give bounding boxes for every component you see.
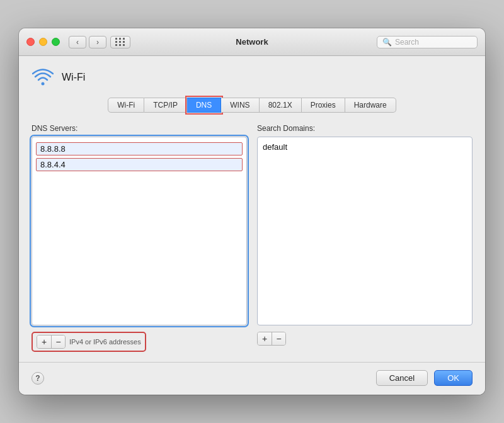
minimize-button[interactable] [39, 38, 47, 46]
search-domain-remove-button[interactable]: − [272, 332, 285, 345]
grid-icon [115, 38, 125, 46]
dns-remove-button[interactable]: − [51, 336, 65, 348]
dns-hint: IPv4 or IPv6 addresses [69, 338, 141, 346]
footer-actions: Cancel OK [376, 370, 472, 386]
grid-button[interactable] [110, 36, 130, 48]
dns-content: DNS Servers: 8.8.8.8 8.8.4.4 Search Doma… [32, 124, 472, 325]
search-domains-label: Search Domains: [257, 124, 472, 133]
close-button[interactable] [26, 38, 35, 46]
traffic-lights [26, 38, 60, 46]
dns-bottom-controls: + − IPv4 or IPv6 addresses + − [32, 332, 472, 352]
dns-add-remove-buttons: + − [37, 335, 66, 349]
search-domains-list[interactable]: default [257, 137, 472, 325]
dns-servers-list[interactable]: 8.8.8.8 8.8.4.4 [32, 137, 247, 325]
wifi-icon [32, 66, 54, 89]
cancel-button[interactable]: Cancel [376, 370, 428, 386]
forward-icon: › [96, 38, 99, 47]
dns-servers-label: DNS Servers: [32, 124, 247, 133]
search-placeholder: Search [395, 38, 419, 47]
svg-point-0 [42, 82, 45, 86]
title-bar: ‹ › Network 🔍 Search [19, 28, 485, 56]
tab-wifi[interactable]: Wi-Fi [108, 98, 144, 113]
tab-wins[interactable]: WINS [221, 98, 259, 113]
search-domains-column: Search Domains: default [257, 124, 472, 325]
search-domains-add-remove-buttons: + − [257, 332, 286, 346]
search-domain-entries: default [258, 137, 472, 157]
ok-button[interactable]: OK [434, 370, 472, 386]
back-icon: ‹ [76, 38, 79, 47]
back-button[interactable]: ‹ [69, 36, 86, 48]
dns-servers-column: DNS Servers: 8.8.8.8 8.8.4.4 [32, 124, 247, 325]
tab-proxies[interactable]: Proxies [302, 98, 345, 113]
tab-tcpip[interactable]: TCP/IP [144, 98, 187, 113]
forward-button[interactable]: › [89, 36, 106, 48]
footer: ? Cancel OK [19, 362, 485, 395]
wifi-label: Wi-Fi [62, 72, 85, 83]
search-domain-add-button[interactable]: + [258, 332, 272, 345]
window-title: Network [236, 37, 268, 47]
help-button[interactable]: ? [32, 372, 44, 385]
dns-servers-controls: + − IPv4 or IPv6 addresses [32, 332, 247, 352]
tab-dns[interactable]: DNS [187, 98, 221, 113]
dns-entry-1[interactable]: 8.8.8.8 [36, 142, 243, 155]
main-content: Wi-Fi Wi-Fi TCP/IP DNS WINS 802.1X Proxi… [19, 56, 485, 362]
wifi-header: Wi-Fi [32, 66, 472, 89]
dns-add-button[interactable]: + [37, 336, 51, 348]
network-window: ‹ › Network 🔍 Search [19, 28, 485, 395]
tabs-bar: Wi-Fi TCP/IP DNS WINS 802.1X Proxies Har… [32, 98, 472, 113]
dns-entries: 8.8.8.8 8.8.4.4 [32, 137, 246, 176]
search-domains-controls: + − [257, 332, 472, 352]
search-domain-entry-1[interactable]: default [258, 140, 472, 154]
search-bar[interactable]: 🔍 Search [377, 36, 478, 48]
tab-hardware[interactable]: Hardware [345, 98, 396, 113]
maximize-button[interactable] [52, 38, 60, 46]
search-icon: 🔍 [382, 38, 392, 47]
tab-8021x[interactable]: 802.1X [260, 98, 302, 113]
dns-entry-2[interactable]: 8.8.4.4 [36, 158, 243, 171]
nav-buttons: ‹ › [69, 36, 106, 48]
